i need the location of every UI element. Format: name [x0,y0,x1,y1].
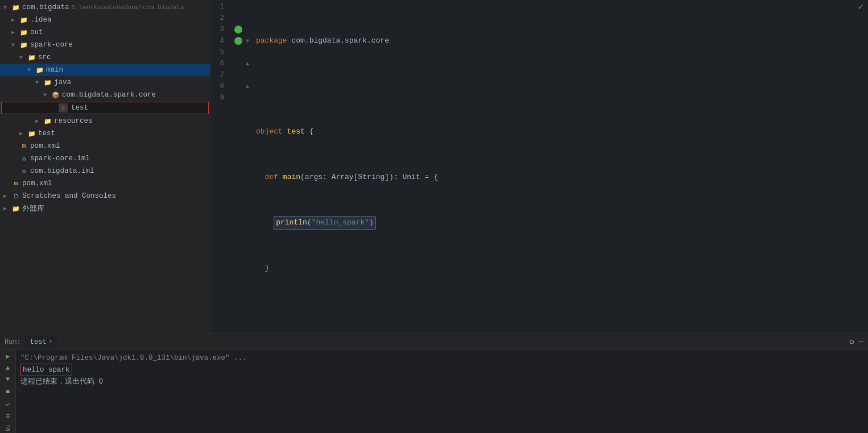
console-java-cmd: "C:\Program Files\Java\jdk1.8.0_131\bin\… [20,352,863,364]
main-icon: 📁 [35,65,44,74]
run-label: Run: [5,338,21,346]
success-indicator: ✓ [858,1,863,13]
sidebar-item-pkg[interactable]: ▼ 📦 com.bigdata.spark.core [0,89,210,101]
run-button-line3[interactable] [234,26,242,34]
code-editor[interactable]: 1 2 3 4 5 6 7 8 9 [210,0,868,334]
main-label: main [46,66,63,74]
libs-label: 外部库 [22,204,44,214]
root-path: D:\workspaceHadoop\com.bigdata [72,4,184,11]
line-num-8: 8 [210,81,229,92]
test-scala-icon: S [59,103,68,113]
console-area: ▶ ▲ ▼ ■ ↩ ≡ 🖨 🗑 "C:\Program Files\Java\j… [0,350,868,433]
sidebar-item-resources[interactable]: ▶ 📁 resources [0,115,210,127]
bottom-controls: ⚙ ─ [849,337,868,347]
run-tab-close[interactable]: × [49,339,52,345]
console-sidebar: ▶ ▲ ▼ ■ ↩ ≡ 🖨 🗑 [0,350,16,433]
iml1-icon: ⚙ [19,154,28,163]
code-line-5: println("hello_spark") [256,217,868,228]
src-icon: 📁 [27,53,36,62]
arrow-root: ▼ [3,5,11,11]
sidebar-item-test-file[interactable]: S test [1,102,209,114]
code-line-2 [256,81,868,92]
code-line-3: object test { [256,126,868,138]
sidebar-item-src[interactable]: ▼ 📁 src [0,51,210,64]
console-wrap-btn[interactable]: ↩ [2,401,14,409]
scratches-label: Scratches and Consoles [22,192,116,200]
sidebar-item-pom2[interactable]: m pom.xml [0,177,210,190]
scratches-icon: 🗒 [11,191,20,201]
java-icon: 📁 [43,78,52,87]
line-num-7: 7 [210,69,229,81]
console-run-btn[interactable]: ▶ [2,352,14,361]
hello-spark-output: hello spark [20,364,72,376]
sidebar-item-external-libs[interactable]: ▶ 📁 外部库 [0,202,210,215]
line-num-4: 4 [210,35,229,47]
pkg-label: com.bigdata.spark.core [62,91,156,99]
sidebar-item-main[interactable]: ▼ 📁 main [0,64,210,76]
sidebar-item-java[interactable]: ▼ 📁 java [0,76,210,89]
console-end-msg: 进程已结束，退出代码 0 [20,376,863,388]
line-num-2: 2 [210,13,229,24]
settings-icon[interactable]: ⚙ [849,337,854,347]
console-down-btn[interactable]: ▼ [2,376,14,384]
console-stop-btn[interactable]: ■ [2,388,14,396]
console-up-btn[interactable]: ▲ [2,364,14,372]
console-print-btn[interactable]: 🖨 [2,424,14,432]
pkg-icon: 📦 [51,90,60,99]
iml1-label: spark-core.iml [30,155,90,163]
run-tab[interactable]: test × [26,336,57,348]
out-label: out [30,28,43,36]
project-tree: ▼ 📁 com.bigdata D:\workspaceHadoop\com.b… [0,0,210,334]
sidebar-item-spark-core[interactable]: ▼ 📁 spark-core [0,39,210,51]
line-numbers: 1 2 3 4 5 6 7 8 9 [210,0,233,334]
minimize-icon[interactable]: ─ [859,338,863,347]
spark-core-label: spark-core [30,41,73,49]
code-line-7 [256,308,868,319]
unit-keyword: Unit [403,172,420,183]
code-content[interactable]: package com.bigdata.spark.core object te… [251,0,868,334]
pom1-label: pom.xml [30,142,60,150]
bottom-tab-bar: Run: test × ⚙ ─ [0,334,868,350]
resources-icon: 📁 [43,116,52,126]
line-num-5: 5 [210,47,229,58]
line-num-3: 3 [210,24,229,35]
bottom-panel: Run: test × ⚙ ─ ▶ ▲ ▼ ■ ↩ ≡ 🖨 🗑 "C:\Prog… [0,334,868,433]
fold-gutter: ▼ ▲ ▲ [243,0,251,334]
run-tab-label: test [30,338,47,346]
sidebar-item-iml1[interactable]: ⚙ spark-core.iml [0,152,210,165]
sidebar-item-idea[interactable]: ▶ 📁 .idea [0,14,210,26]
console-hello-spark: hello spark [20,364,863,376]
code-line-1: package com.bigdata.spark.core [256,35,868,47]
line-num-6: 6 [210,58,229,69]
idea-folder-icon: 📁 [19,15,28,24]
sidebar-item-iml2[interactable]: ⚙ com.bigdata.iml [0,165,210,177]
run-gutter [233,0,243,334]
libs-icon: 📁 [11,204,20,213]
code-line-4: def main(args: Array[String]): Unit = { [256,172,868,183]
code-line-6: } [256,263,868,274]
test-file-label: test [71,104,88,112]
tree-root[interactable]: ▼ 📁 com.bigdata D:\workspaceHadoop\com.b… [0,1,210,14]
java-label: java [54,78,71,86]
out-folder-icon: 📁 [19,28,28,37]
run-button-line4[interactable] [234,37,242,45]
spark-core-icon: 📁 [19,40,28,49]
idea-label: .idea [30,16,52,24]
pom2-label: pom.xml [22,180,52,188]
println-highlight: println("hello_spark") [274,216,376,230]
console-filter-btn[interactable]: ≡ [2,413,14,420]
sidebar-item-out[interactable]: ▶ 📁 out [0,26,210,39]
src-label: src [38,53,51,61]
sidebar-item-scratches[interactable]: ▶ 🗒 Scratches and Consoles [0,190,210,202]
root-label: com.bigdata [22,3,69,11]
sidebar-item-pom1[interactable]: m pom.xml [0,140,210,152]
sidebar-item-test-folder[interactable]: ▶ 📁 test [0,127,210,140]
pom2-icon: m [11,179,20,188]
line-num-9: 9 [210,92,229,103]
line-num-1: 1 [210,1,229,13]
iml2-icon: ⚙ [19,166,28,176]
pom1-icon: m [19,141,28,151]
editor-area: 1 2 3 4 5 6 7 8 9 [210,0,868,334]
console-output: "C:\Program Files\Java\jdk1.8.0_131\bin\… [16,350,868,433]
resources-label: resources [54,117,93,125]
